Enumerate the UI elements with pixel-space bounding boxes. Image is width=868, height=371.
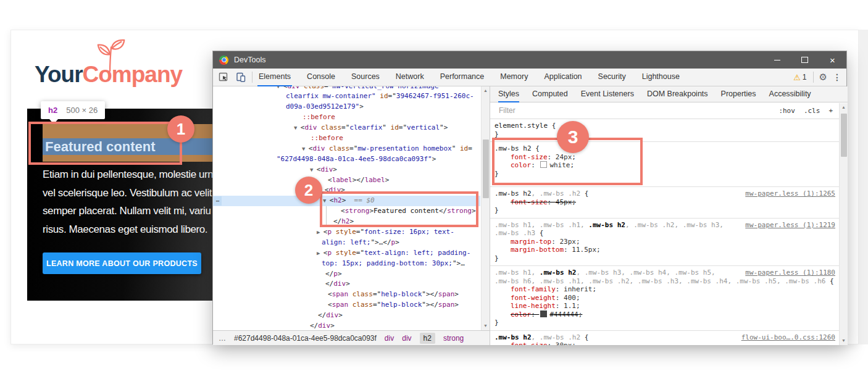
inspect-element-button[interactable] [219,72,228,82]
tab-performance[interactable]: Performance [439,69,486,86]
elements-tree-line[interactable]: ▼ <div> [213,165,480,175]
style-rule-line[interactable]: margin-top: 23px; [490,238,839,246]
learn-more-button[interactable]: LEARN MORE ABOUT OUR PRODUCTS [43,252,201,274]
more-options-icon[interactable]: ⋮ [833,72,841,82]
elements-tree-line[interactable]: top: 15px; padding-bottom: 30px;">… [213,259,480,269]
maximize-button[interactable] [791,51,819,69]
code-token: </ [318,311,326,319]
elements-scrollbar[interactable]: ▲ ▼ [481,86,490,330]
breadcrumb-item--627d4498-048a-01ca-[interactable]: #627d4498-048a-01ca-4ee5-98dca0ca093f [234,334,377,343]
code-token: font-weight [511,294,556,302]
filter-input[interactable]: Filter [499,106,778,115]
elements-tree-line[interactable]: <span class="help-block"></span> [213,290,480,300]
breadcrumb-item--[interactable]: … [219,334,226,343]
tab-properties[interactable]: Properties [721,86,756,102]
elements-tree-line[interactable]: ▶ <p style="font-size: 16px; text- [213,227,480,238]
style-rule-line[interactable]: } [490,254,839,263]
code-token: , .mw-bs .h2 [532,190,580,198]
style-rule-line[interactable]: line-height: 1.1; [490,302,839,311]
tab-network[interactable]: Network [394,69,425,86]
scrollbar-thumb[interactable] [483,140,489,198]
device-toolbar-icon [236,72,246,82]
code-token: margin-bottom [511,246,564,254]
tab-console[interactable]: Console [306,69,336,86]
tab-application[interactable]: Application [543,69,583,86]
elements-tree-line[interactable]: align: left;">…</p> [213,238,480,248]
style-rule-line[interactable]: margin-bottom: 11.5px; [490,246,839,254]
style-rule-line[interactable]: font-family: inherit; [490,285,839,294]
code-token: > [346,280,350,288]
scrollbar-thumb[interactable] [841,114,847,157]
elements-tree-line[interactable]: <label></label> [213,175,480,186]
breadcrumb-item-div[interactable]: div [385,334,394,343]
style-rule-line[interactable]: } [490,319,839,327]
code-token: > [454,290,459,298]
code-token: 23px; [559,238,580,246]
code-token: style [336,228,356,236]
elements-tree-line[interactable]: "627d4498-048a-01ca-4ee5-98dca0ca093f"> [213,154,480,165]
scroll-down-arrow[interactable]: ▼ [482,322,490,330]
code-token: : [556,285,564,293]
annotation-number-2: 2 [295,177,322,204]
style-rule-line[interactable]: color: #444444; [490,311,839,319]
elements-tree-line[interactable]: ▼ <div class="clearfix" id="vertical"> [213,123,480,133]
plant-icon [93,39,129,72]
styles-control--[interactable]: + [828,107,833,115]
tab-dom-breakpoints[interactable]: DOM Breakpoints [647,86,708,102]
stylesheet-source-link[interactable]: mw-paper.less (1):1180 [745,269,835,277]
styles-scrollbar[interactable]: ▲ ▼ [839,103,848,345]
scroll-down-arrow[interactable]: ▼ [840,336,848,345]
issues-counter[interactable]: ⚠ 1 [793,73,806,82]
row-options-dots-icon[interactable]: ⋯ [214,196,222,206]
code-token: { [548,122,556,130]
elements-tree-line[interactable]: d09a-03ed9512e179"> [213,102,480,112]
stylesheet-source-link[interactable]: mw-paper.less (1):1219 [745,221,835,229]
elements-tree-line[interactable]: </div> [213,321,480,330]
close-button[interactable]: × [819,51,846,69]
tab-computed[interactable]: Computed [532,86,568,102]
style-rule-line[interactable]: font-weight: 400; [490,294,839,302]
style-rule-line[interactable]: font-size: 45px; [490,198,839,207]
style-rule-line[interactable]: element.style { [490,122,839,130]
tab-event-listeners[interactable]: Event Listeners [581,86,634,102]
tab-accessibility[interactable]: Accessibility [769,86,811,102]
style-rule-line[interactable]: } [490,206,839,215]
breadcrumb-item-selected[interactable]: h2 [420,333,435,344]
elements-tree-line[interactable]: ▼ <div class="mw-presentation homebox" i… [213,144,480,154]
tab-memory[interactable]: Memory [499,69,529,86]
tab-lighthouse[interactable]: Lighthouse [641,69,681,86]
style-rule-line[interactable]: .mw-bs h6, .mw-bs .h1, .mw-bs .h2, .mw-b… [490,277,839,286]
elements-tree-line[interactable]: <span class="help-block"></span> [213,300,480,311]
scroll-up-arrow[interactable]: ▲ [482,86,490,95]
tab-elements[interactable]: Elements [257,69,292,86]
tab-sources[interactable]: Sources [350,69,381,86]
style-rule-line[interactable]: } [490,130,839,139]
close-icon: × [830,56,835,65]
styles-control--cls[interactable]: .cls [804,107,820,115]
stylesheet-source-link[interactable]: flow-ui-boo….0.css:1260 [741,333,835,341]
settings-gear-icon[interactable]: ⚙ [819,72,827,83]
elements-tree-line[interactable]: ▼ <div class="mw-vertical_row horizimage [213,86,480,91]
minimize-button[interactable] [763,51,791,69]
elements-tree-line[interactable]: ▶ <p style="text-align: left; padding- [213,248,480,259]
breadcrumb-item-strong[interactable]: strong [443,334,464,343]
tab-styles[interactable]: Styles [498,86,519,102]
elements-tree-line[interactable]: </p> [213,269,480,280]
toolbar-separator [813,72,814,83]
styles-control--hov[interactable]: :hov [778,107,795,115]
scroll-up-arrow[interactable]: ▲ [840,103,848,112]
code-token: div [320,165,333,173]
elements-tree-line[interactable]: ::before [213,133,480,144]
style-rule-line[interactable]: font-size: 30px; [490,341,839,345]
tab-security[interactable]: Security [597,69,627,86]
code-token: ▼ [310,167,317,173]
toggle-device-toolbar-button[interactable] [236,72,246,82]
devtools-titlebar[interactable]: DevTools × [213,51,846,69]
style-rule-line[interactable]: .mw-bs .h3 { [490,229,839,238]
elements-tree-line[interactable]: </div> [213,279,480,290]
stylesheet-source-link[interactable]: mw-paper.less (1):1265 [745,190,835,198]
breadcrumb-item-div[interactable]: div [402,334,411,343]
elements-tree-line[interactable]: </div> [213,311,480,321]
elements-tree-line[interactable]: clearfix mw-container" id="39462467-f951… [213,91,480,102]
elements-tree-line[interactable]: ::before [213,112,480,123]
